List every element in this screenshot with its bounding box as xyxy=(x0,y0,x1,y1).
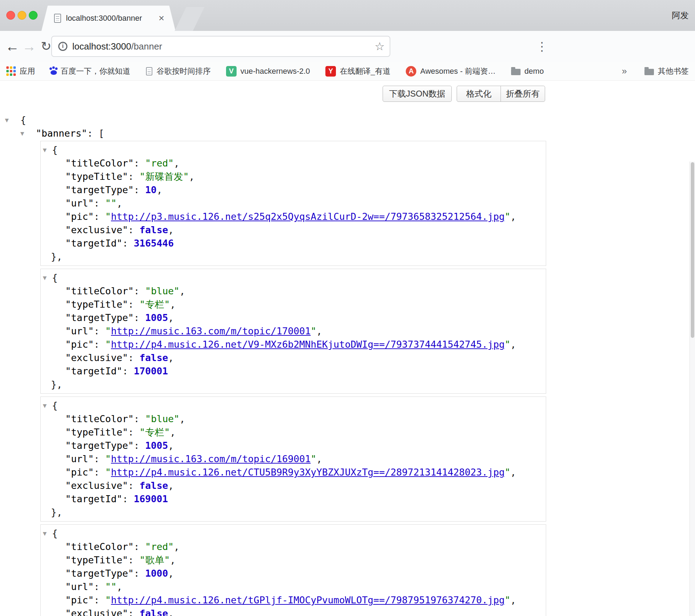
back-icon[interactable]: ← xyxy=(4,31,20,62)
json-colon xyxy=(128,299,140,310)
json-key: titleColor xyxy=(65,158,134,169)
page-scrollbar[interactable] xyxy=(689,162,695,616)
json-key: pic xyxy=(65,211,94,222)
collapse-triangle-icon[interactable] xyxy=(20,127,36,140)
tab-title: localhost:3000/banner xyxy=(66,14,142,23)
json-url-link[interactable]: http://music.163.com/m/topic/169001 xyxy=(111,453,311,464)
collapse-triangle-icon[interactable] xyxy=(5,113,20,127)
page-info-icon[interactable] xyxy=(58,42,67,51)
json-key: titleColor xyxy=(65,286,134,296)
json-colon xyxy=(94,198,105,209)
json-comma xyxy=(179,286,185,296)
json-object-box: titleColorblue typeTitle专栏 targetType100… xyxy=(40,397,546,522)
json-comma xyxy=(510,467,516,478)
profile-name[interactable]: 阿发 xyxy=(672,0,689,31)
json-key: url xyxy=(65,581,94,592)
json-field-row: pichttp://p3.music.126.net/s25q2x5QyqsAz… xyxy=(41,210,546,223)
json-field-row: exclusivefalse xyxy=(41,607,546,616)
browser-tab[interactable]: localhost:3000/banner × xyxy=(41,6,176,31)
maximize-window-button[interactable] xyxy=(29,11,38,20)
json-string-value: 新碟首发 xyxy=(139,171,189,182)
json-string-value: blue xyxy=(145,286,180,296)
json-comma xyxy=(316,453,322,464)
bookmark-awesomes[interactable]: A Awesomes - 前端资… xyxy=(406,66,496,77)
forward-icon: → xyxy=(21,31,37,62)
json-colon xyxy=(134,440,145,451)
json-colon xyxy=(134,568,145,579)
json-key: targetType xyxy=(65,312,134,323)
tab-strip: localhost:3000/banner × 阿发 xyxy=(0,0,695,31)
close-tab-icon[interactable]: × xyxy=(159,13,164,23)
json-comma xyxy=(168,352,174,363)
json-string-value: http://p4.music.126.net/tGPljf-IMOCyPvum… xyxy=(105,595,510,605)
json-field-row: targetType10 xyxy=(41,183,546,197)
bookmark-label: Awesomes - 前端资… xyxy=(420,66,496,77)
json-key: exclusive xyxy=(65,224,128,235)
json-colon xyxy=(123,366,134,376)
bookmarks-bar: 应用 百度一下，你就知道 谷歌按时间排序 V vue-hackernews-2.… xyxy=(0,62,695,81)
json-field-row: typeTitle专栏 xyxy=(41,298,546,311)
close-window-button[interactable] xyxy=(6,11,15,20)
bookmark-label: vue-hackernews-2.0 xyxy=(240,67,310,76)
bookmark-baidu[interactable]: 百度一下，你就知道 xyxy=(51,66,130,77)
json-number-value: 3165446 xyxy=(134,238,174,249)
json-field-row: targetId169001 xyxy=(41,492,546,506)
new-tab-button[interactable] xyxy=(174,7,204,31)
collapse-triangle-icon[interactable] xyxy=(43,527,52,540)
json-url-link[interactable]: http://p3.music.126.net/s25q2x5QyqsAzilC… xyxy=(111,211,505,222)
awesomes-favicon: A xyxy=(406,66,416,77)
bookmark-label: demo xyxy=(524,67,544,76)
json-key: pic xyxy=(65,339,94,350)
page-favicon-icon xyxy=(54,14,61,23)
json-boolean-value: false xyxy=(139,608,168,616)
json-comma xyxy=(168,608,174,616)
other-bookmarks[interactable]: 其他书签 xyxy=(644,66,689,77)
bookmark-star-icon[interactable]: ☆ xyxy=(375,40,385,53)
json-brace xyxy=(52,400,58,411)
bookmarks-overflow-icon[interactable]: » xyxy=(622,66,627,77)
apps-grid-icon xyxy=(6,66,16,76)
bookmark-apps[interactable]: 应用 xyxy=(6,66,35,77)
json-comma xyxy=(168,480,174,491)
json-colon xyxy=(94,595,105,605)
minimize-window-button[interactable] xyxy=(18,11,26,20)
bookmark-folder-demo[interactable]: demo xyxy=(511,67,544,76)
json-colon xyxy=(134,184,145,195)
json-comma xyxy=(170,427,176,438)
json-object-open xyxy=(41,271,546,284)
json-url-link[interactable]: http://p4.music.126.net/V9-MXz6b2MNhEKju… xyxy=(111,339,505,350)
json-url-link[interactable]: http://music.163.com/m/topic/170001 xyxy=(111,326,311,336)
json-string-value: 歌单 xyxy=(139,555,170,565)
json-comma xyxy=(510,339,516,350)
json-viewer: banners titleColorred typeTitle新碟首发 targ… xyxy=(0,81,695,616)
scrollbar-thumb[interactable] xyxy=(691,162,694,338)
json-field-row: url xyxy=(41,580,546,594)
collapse-triangle-icon[interactable] xyxy=(43,399,52,412)
json-key: typeTitle xyxy=(65,555,128,565)
json-url-link[interactable]: http://p4.music.126.net/CTU5B9R9y3XyYBZX… xyxy=(111,467,505,478)
json-object-open xyxy=(41,399,546,412)
browser-menu-icon[interactable]: ⋮ xyxy=(535,31,549,62)
page-icon xyxy=(146,67,152,75)
json-field-row: urlhttp://music.163.com/m/topic/169001 xyxy=(41,452,546,466)
json-field-row: typeTitle新碟首发 xyxy=(41,170,546,183)
collapse-triangle-icon[interactable] xyxy=(43,143,52,157)
folder-icon xyxy=(644,69,654,75)
json-field-row: titleColorred xyxy=(41,157,546,170)
json-field-row: targetType1005 xyxy=(41,439,546,452)
json-field-row: pichttp://p4.music.126.net/CTU5B9R9y3XyY… xyxy=(41,466,546,479)
bookmark-vue-hackernews[interactable]: V vue-hackernews-2.0 xyxy=(226,66,310,77)
bookmark-google-sort[interactable]: 谷歌按时间排序 xyxy=(146,66,211,77)
json-string-value: http://p4.music.126.net/V9-MXz6b2MNhEKju… xyxy=(105,339,510,350)
collapse-triangle-icon[interactable] xyxy=(43,271,52,284)
json-url-link[interactable]: http://p4.music.126.net/tGPljf-IMOCyPvum… xyxy=(111,595,505,605)
json-key: targetType xyxy=(65,568,134,579)
json-number-value: 1000 xyxy=(145,568,168,579)
json-colon xyxy=(94,581,105,592)
url-text[interactable]: localhost:3000/banner xyxy=(72,41,162,52)
bookmark-youdao-translate[interactable]: Y 在线翻译_有道 xyxy=(325,66,390,77)
json-key: url xyxy=(65,198,94,209)
json-colon xyxy=(128,171,140,182)
json-string-value: http://p3.music.126.net/s25q2x5QyqsAzilC… xyxy=(105,211,510,222)
address-bar[interactable]: localhost:3000/banner ☆ xyxy=(51,36,390,57)
